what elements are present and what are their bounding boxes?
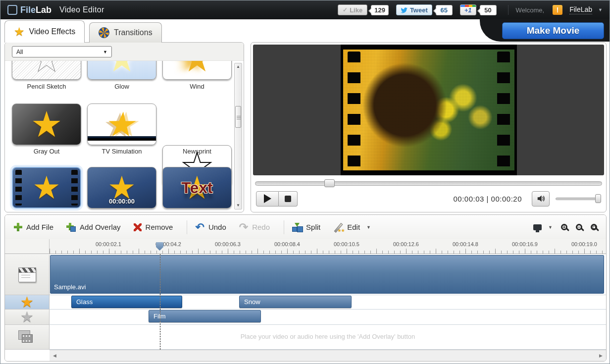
overlay-track-body[interactable]: Place your video or audio here using the… [50,325,606,350]
effect-thumb-tv-simulation[interactable] [87,104,156,145]
video-track-header[interactable] [5,255,50,295]
effects-scrollbar[interactable]: ▲ ▼ [234,63,242,209]
effects-track-1: Glass Snow [5,295,606,310]
volume-thumb[interactable] [595,194,601,203]
pinwheel-icon [99,27,109,38]
effects-track-1-header[interactable] [5,295,50,310]
welcome-text: Welcome, [516,6,545,14]
play-button[interactable] [256,191,279,207]
app-title: Video Editor [59,5,104,14]
undo-button[interactable]: Undo [195,222,226,233]
user-avatar: ! [553,5,562,15]
effect-thumb-glow[interactable] [87,61,156,80]
star-icon [106,61,138,77]
star-icon [104,107,140,141]
minus-icon: − [578,225,581,230]
overlay-placeholder-text: Place your video or audio here using the… [50,333,606,340]
effects-track-1-body[interactable]: Glass Snow [50,295,606,310]
undo-icon [195,222,204,233]
zoom-out-button[interactable]: − [576,224,582,230]
monitor-icon [533,224,542,230]
text-overlay: Text [181,179,212,197]
tab-label: Video Effects [29,27,76,36]
remove-button[interactable]: Remove [134,223,173,231]
effects-grid: Pencil Sketch Glow Wind Gray Out TV Simu… [7,61,233,211]
tweet-button[interactable]: Tweet [396,4,432,15]
scroll-down-arrow[interactable]: ▼ [235,202,242,209]
tab-label: Transitions [114,28,152,37]
scroll-up-arrow[interactable]: ▲ [235,63,242,70]
star-icon [181,61,213,77]
star-icon [31,61,63,77]
effect-thumb-pencil-sketch[interactable] [12,61,81,80]
effects-track-2-header[interactable] [5,310,50,325]
preview-panel: 00:00:03 | 00:00:20 [251,42,607,212]
google-plusone-button[interactable]: +1 [460,4,476,15]
edit-button[interactable]: Edit▼ [333,223,371,232]
scroll-left-arrow[interactable]: ◀ [53,350,56,361]
plus-icon: + [563,225,566,230]
film-frames-icon [22,334,33,343]
effect-clip-glass[interactable]: Glass [71,296,182,308]
clapperboard-icon [18,267,36,282]
add-file-button[interactable]: Add File [14,223,53,231]
video-clip[interactable]: Sample.avi [50,255,604,294]
clip-label: Snow [244,298,260,306]
effect-thumb-film-selected[interactable] [12,167,81,208]
scrollbar-thumb[interactable] [235,106,241,128]
effect-thumb-wind[interactable] [162,61,232,80]
volume-button[interactable] [532,191,550,207]
display-mode-button[interactable]: ▼ [533,224,553,230]
timeline-scrollbar[interactable]: ◀ ▶ [50,350,606,361]
seek-track[interactable] [255,181,602,186]
seek-thumb[interactable] [324,179,335,187]
major-ticks [50,249,606,254]
plusone-count-badge: 50 [480,5,497,15]
tab-transitions[interactable]: Transitions [89,22,162,43]
effect-thumb-timestamp[interactable]: 00:00:00 [87,167,156,208]
make-movie-button[interactable]: Make Movie [502,22,604,39]
volume-track[interactable] [556,198,601,200]
magic-wand-icon [333,223,343,232]
split-icon [292,223,302,232]
film-sprocket-holes [348,52,360,168]
fit-icon [593,226,596,229]
effects-category-select[interactable]: All ▼ [12,46,112,57]
effect-label: Pencil Sketch [12,83,81,90]
film-sprocket-holes [497,52,510,168]
redo-button[interactable]: Redo [239,222,270,233]
toolbar-right-group: ▼ + − [533,224,597,230]
video-editor-window: File Lab Video Editor ✓ Like 129 Tweet 6… [0,0,610,364]
facebook-like-button[interactable]: ✓ Like [338,4,367,15]
timestamp-overlay: 00:00:00 [88,198,156,205]
effects-track-2-body[interactable]: Film [50,310,606,325]
chevron-down-icon[interactable]: ▼ [598,7,603,12]
add-overlay-button[interactable]: Add Overlay [66,223,121,232]
filelab-logo-icon [7,5,17,15]
overlay-track-header[interactable] [5,325,50,350]
effect-clip-film[interactable]: Film [149,310,261,322]
effect-thumb-gray-out[interactable] [12,104,81,145]
split-button[interactable]: Split [292,223,320,232]
video-track-body[interactable]: Sample.avi [50,255,606,295]
gold-star-icon [20,295,34,310]
clip-label: Sample.avi [54,283,86,291]
redo-icon [239,222,248,233]
ruler-corner [5,239,50,254]
effect-label: TV Simulation [87,148,156,155]
effect-clip-snow[interactable]: Snow [239,296,352,308]
username-link[interactable]: FileLab [569,5,592,14]
seek-bar[interactable] [255,179,602,187]
effect-label: Wind [162,83,232,90]
timeline-ruler[interactable]: 00:00:02.1 00:00:04.2 00:00:06.3 00:00:0… [50,239,606,254]
zoom-in-button[interactable]: + [561,224,567,230]
effect-thumb-text[interactable]: Text [162,167,232,208]
tweet-count-badge: 65 [436,5,453,15]
playhead-line [160,254,160,350]
stop-button[interactable] [279,191,298,207]
zoom-fit-button[interactable] [591,224,597,230]
scroll-right-arrow[interactable]: ▶ [599,350,603,361]
volume-slider[interactable] [556,194,601,203]
tab-video-effects[interactable]: Video Effects [4,20,85,43]
video-preview-screen [253,45,604,175]
